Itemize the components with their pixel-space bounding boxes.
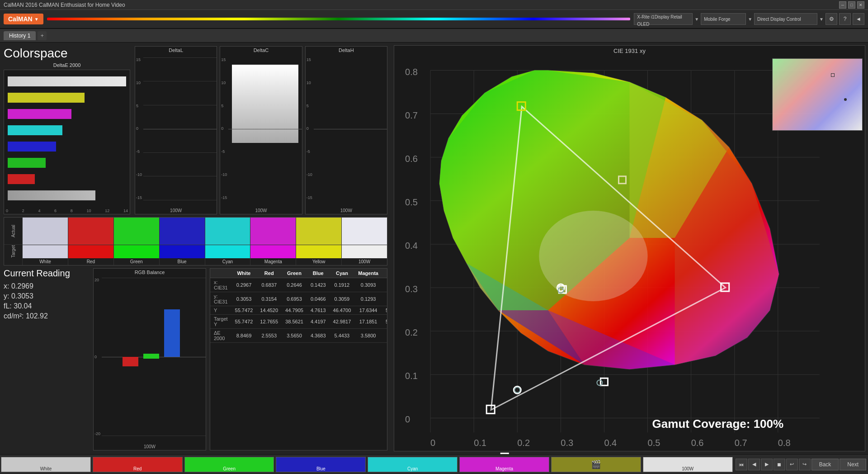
deltaE-bar-cyan [8,123,126,137]
add-tab-button[interactable]: + [38,31,47,40]
swatch-green: Green [113,218,159,265]
table-row-x: x: CIE31 0.2967 0.6837 0.2646 0.1423 0.1… [210,278,387,292]
nav-next-icon-button[interactable]: ▶ [761,459,773,470]
deltaH-bottom-label: 100W [306,207,387,214]
deltaC-chart: DeltaC 15 10 5 0 -5 -10 -15 [220,46,302,214]
svg-text:0: 0 [430,438,435,448]
y--15: -15 [136,195,142,200]
swatch-magenta-label: Magenta [250,258,296,265]
col-header-white: White [231,269,257,278]
device-select-1[interactable]: X-Rite i1Display Retail OLED [634,13,693,25]
deltaE-bar-100w [8,189,126,202]
bottom-swatch-100w[interactable]: 100W [643,457,733,472]
svg-text:0.2: 0.2 [405,327,418,337]
row-x-red: 0.6837 [256,278,282,292]
table-row-Y: Y 55.7472 14.4520 44.7905 4.7613 46.4700… [210,306,387,315]
bottom-swatch-cyan-label: Cyan [407,466,418,472]
left-panel: Colorspace DeltaE 2000 [0,43,391,454]
nav-prev-button[interactable]: ◀ [748,459,760,470]
device1-chevron-icon[interactable]: ▼ [694,17,699,22]
maximize-button[interactable]: □ [848,1,855,9]
bottom-swatch-green-label: Green [223,466,236,472]
bottom-swatch-white-label: White [40,466,52,472]
bottom-swatch-red[interactable]: Red [93,457,183,472]
x-axis-2: 2 [22,209,24,213]
logo-icon: 🎬 [591,460,601,469]
y--10: -10 [136,172,142,177]
device2-chevron-icon[interactable]: ▼ [748,17,752,22]
deltaE-bar-white [8,75,126,88]
actual-label: Actual [11,225,16,237]
x-axis-4: 4 [38,209,40,213]
nav-forward-link-button[interactable]: ↪ [799,459,811,470]
help-button[interactable]: ? [839,13,851,25]
x-reading: x: 0.2969 [4,282,90,290]
cie-title: CIE 1931 xy [394,46,865,56]
col-header-cyan: Cyan [330,269,355,278]
settings-button[interactable]: ⚙ [826,13,837,25]
row-label-y: y: CIE31 [210,292,231,306]
collapse-button[interactable]: ◄ [853,13,864,25]
table-row-de2000: ΔE 2000 8.8469 2.5553 3.5650 4.3683 5.44… [210,329,387,343]
device3-chevron-icon[interactable]: ▼ [819,17,824,22]
nav-back-link-button[interactable]: ↩ [786,459,798,470]
right-panel: CIE 1931 xy 0.8 0.7 0.6 0.5 0.4 0.3 0.2 … [391,43,868,454]
bottom-swatch-green[interactable]: Green [184,457,274,472]
y-0: 0 [136,126,142,131]
bottom-swatch-cyan[interactable]: Cyan [368,457,458,472]
device-select-3[interactable]: Direct Display Control [754,13,817,25]
device3-label: Direct Display Control [757,17,801,22]
cie-diagram-area: 0.8 0.7 0.6 0.5 0.4 0.3 0.2 0.1 0 0 0.1 … [394,56,865,474]
nav-stop-button[interactable]: ⏹ [774,459,785,470]
device-select-2[interactable]: Mobile Forge [701,13,746,25]
device1-line1: X-Rite i1Display Retail [637,14,682,20]
tab-history1[interactable]: History 1 [4,31,36,40]
bottom-swatch-blue[interactable]: Blue [276,457,366,472]
svg-text:0.8: 0.8 [405,67,418,77]
col-header-green: Green [282,269,307,278]
deltaL-chart: DeltaL 15 10 5 0 -5 -10 -15 [135,46,217,214]
cdm2-reading: cd/m²: 102.92 [4,312,90,320]
logo-text: CalMAN [8,15,33,23]
bottom-swatch-white[interactable]: White [1,457,91,472]
table-row-targetY: Target Y 55.7472 12.7655 38.5621 4.4197 … [210,315,387,329]
deltaE-bar-yellow [8,91,126,104]
col-header-blue: Blue [307,269,330,278]
swatch-cyan: Cyan [205,218,250,265]
minimize-button[interactable]: ─ [839,1,846,9]
svg-text:0.5: 0.5 [648,438,660,448]
svg-text:0.7: 0.7 [405,110,418,120]
bottom-swatch-magenta[interactable]: Magenta [459,457,549,472]
current-reading-title: Current Reading [4,268,90,279]
col-header-yellow: Yellow [382,269,387,278]
swatch-green-label: Green [113,258,159,265]
y-5: 5 [136,104,142,108]
x-axis-12: 12 [105,209,109,213]
deltaH-title: DeltaH [306,47,387,54]
delta-charts: DeltaL 15 10 5 0 -5 -10 -15 [135,46,387,214]
logo-dropdown-icon[interactable]: ▼ [34,17,39,22]
swatch-white-label: White [22,258,68,265]
deltaH-chart: DeltaH 15 10 5 0 -5 -10 -15 [305,46,387,214]
rgb-balance-title: RGB Balance [94,269,206,276]
x-axis-8: 8 [71,209,73,213]
rgb-balance-chart: RGB Balance 20 0 -20 [93,268,206,450]
gamut-coverage-text: Gamut Coverage: 100% [652,417,784,431]
next-button[interactable]: Next [840,459,866,470]
svg-text:0.7: 0.7 [735,438,747,448]
col-header-magenta: Magenta [354,269,382,278]
bottom-swatch-blue-label: Blue [316,466,326,472]
svg-text:0.3: 0.3 [405,284,418,294]
bottom-bar: White Red Green Blue Cyan Magenta 🎬 100W… [0,454,868,474]
svg-text:0.6: 0.6 [691,438,704,448]
swatch-magenta: Magenta [250,218,296,265]
close-button[interactable]: ✕ [857,1,864,9]
row-label-x: x: CIE31 [210,278,231,292]
svg-text:0.1: 0.1 [474,438,486,448]
calman-logo[interactable]: CalMAN ▼ [4,14,43,24]
bottom-swatch-logo[interactable]: 🎬 [551,457,641,472]
nav-rewind-button[interactable]: ⏮ [736,459,747,470]
row-x-magenta: 0.3093 [354,278,382,292]
x-axis-14: 14 [123,209,128,213]
back-button[interactable]: Back [811,459,839,470]
